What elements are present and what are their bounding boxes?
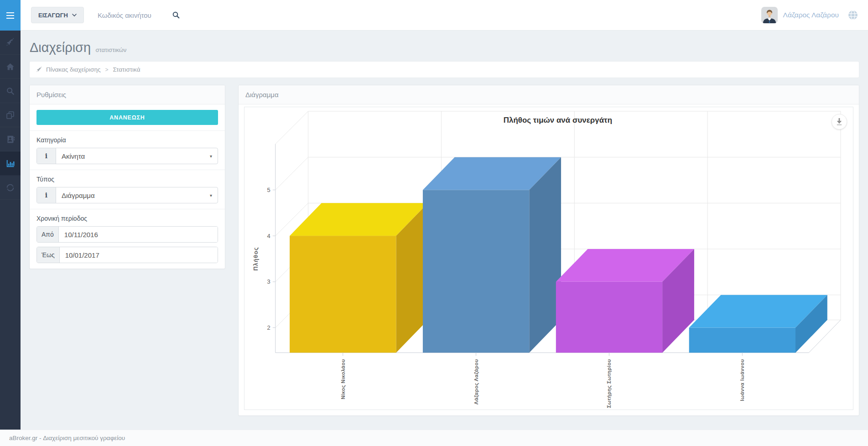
insert-menu-label: ΕΙΣΑΓΩΓΗ: [38, 12, 68, 19]
period-label: Χρονική περίοδος: [36, 215, 218, 222]
sidebar-item-contacts[interactable]: [0, 127, 21, 151]
search-submit-button[interactable]: [172, 11, 180, 19]
breadcrumb-current: Στατιστικά: [113, 66, 140, 73]
chart-panel: Διάγραμμα 2345ΠλήθοςΠλήθος τιμών ανά συν…: [238, 85, 859, 416]
settings-panel-title: Ρυθμίσεις: [30, 85, 225, 104]
insert-menu-button[interactable]: ΕΙΣΑΓΩΓΗ: [31, 7, 84, 23]
type-value: Διάγραμμα: [62, 192, 95, 199]
breadcrumb: Πίνακας διαχείρισης > Στατιστικά: [29, 61, 859, 78]
grid-line: [275, 157, 308, 190]
refresh-icon: [5, 183, 15, 192]
download-chart-button[interactable]: [832, 114, 847, 130]
type-select[interactable]: i Διάγραμμα▾: [36, 187, 218, 203]
language-globe-button[interactable]: [848, 10, 858, 20]
sidebar-item-search[interactable]: [0, 79, 21, 103]
type-section: Τύπος i Διάγραμμα▾: [30, 170, 225, 209]
main-content: Διαχείριση στατιστικών Πίνακας διαχείρισ…: [21, 31, 868, 430]
y-tick-label: 5: [267, 187, 270, 193]
select-caret-icon: ▾: [210, 154, 212, 159]
footer-text: aBroker.gr - Διαχείριση μεσιτικού γραφεί…: [9, 435, 125, 441]
x-category-label: Νίκος Νικολάου: [340, 359, 346, 399]
type-label: Τύπος: [36, 176, 218, 183]
sidebar-item-listings[interactable]: [0, 103, 21, 127]
chevron-down-icon: [72, 14, 77, 17]
page-subtitle: στατιστικών: [96, 47, 127, 53]
date-from-group: Από: [36, 226, 218, 243]
search-icon: [5, 86, 15, 96]
refresh-button[interactable]: ΑΝΑΝΕΩΣΗ: [36, 110, 218, 125]
sidebar-item-sync[interactable]: [0, 176, 21, 200]
avatar-image: [761, 7, 778, 23]
x-category-label: Λάζαρος Λαζάρου: [473, 359, 479, 405]
user-avatar[interactable]: [761, 7, 778, 23]
sidebar-item-launch[interactable]: [0, 31, 21, 55]
bar-column-1[interactable]: [423, 190, 529, 353]
search-icon: [172, 11, 180, 19]
select-caret-icon: ▾: [210, 193, 212, 198]
bar-chart-icon: [5, 159, 15, 168]
user-name[interactable]: Λάζαρος Λαζάρου: [783, 11, 839, 19]
breadcrumb-separator: >: [105, 67, 108, 73]
copy-icon: [5, 110, 15, 120]
category-select[interactable]: i Ακίνητα▾: [36, 148, 218, 164]
chart-panel-title: Διάγραμμα: [239, 85, 859, 104]
category-label: Κατηγορία: [36, 136, 218, 144]
y-axis-title: Πλήθος: [252, 247, 259, 270]
bar-column-0[interactable]: [290, 236, 396, 353]
chart-title: Πλήθος τιμών ανά συνεργάτη: [504, 116, 612, 124]
sidebar: [0, 0, 21, 430]
info-icon: i: [37, 187, 56, 203]
sidebar-item-home[interactable]: [0, 55, 21, 79]
period-section: Χρονική περίοδος Από Έως: [30, 209, 225, 269]
globe-icon: [848, 10, 858, 20]
category-section: Κατηγορία i Ακίνητα▾: [30, 130, 225, 170]
app-footer: aBroker.gr - Διαχείριση μεσιτικού γραφεί…: [0, 430, 868, 446]
breadcrumb-dashboard-link[interactable]: Πίνακας διαχείρισης: [46, 66, 100, 73]
date-from-label: Από: [37, 227, 59, 242]
chart-body: 2345ΠλήθοςΠλήθος τιμών ανά συνεργάτηΝίκο…: [239, 104, 859, 415]
rocket-icon: [5, 38, 15, 47]
grid-line: [275, 111, 308, 144]
chart-card: 2345ΠλήθοςΠλήθος τιμών ανά συνεργάτηΝίκο…: [244, 107, 853, 410]
page-title: Διαχείριση: [30, 40, 91, 55]
y-tick-label: 4: [267, 233, 270, 239]
settings-panel: Ρυθμίσεις ΑΝΑΝΕΩΣΗ Κατηγορία i Ακίνητα▾ …: [29, 85, 225, 269]
page-header: Διαχείριση στατιστικών: [29, 31, 859, 61]
x-category-label: Σωτήρης Σωτηρίου: [606, 359, 612, 408]
refresh-section: ΑΝΑΝΕΩΣΗ: [30, 104, 225, 130]
date-to-group: Έως: [36, 247, 218, 263]
hamburger-menu-button[interactable]: [0, 0, 21, 31]
date-from-input[interactable]: [59, 227, 218, 242]
sidebar-item-statistics[interactable]: [0, 151, 21, 176]
download-icon: [836, 118, 842, 125]
rocket-icon: [36, 67, 42, 73]
y-tick-label: 3: [267, 278, 270, 285]
category-value: Ακίνητα: [62, 152, 85, 160]
x-category-label: Ιωάννα Ιωάννου: [739, 359, 745, 401]
top-navbar: ΕΙΣΑΓΩΓΗ Λάζαρος Λαζάρου: [21, 0, 868, 31]
bar-column-3[interactable]: [689, 328, 795, 353]
bar-chart-canvas: 2345ΠλήθοςΠλήθος τιμών ανά συνεργάτηΝίκο…: [244, 107, 853, 410]
date-to-label: Έως: [37, 247, 60, 263]
property-code-search-input[interactable]: [98, 11, 168, 19]
y-tick-label: 2: [267, 324, 270, 331]
date-to-input[interactable]: [60, 247, 218, 263]
info-icon: i: [37, 148, 56, 164]
hamburger-icon: [6, 12, 14, 13]
home-icon: [5, 62, 15, 72]
bar-column-2[interactable]: [556, 282, 662, 353]
contacts-book-icon: [5, 135, 15, 144]
